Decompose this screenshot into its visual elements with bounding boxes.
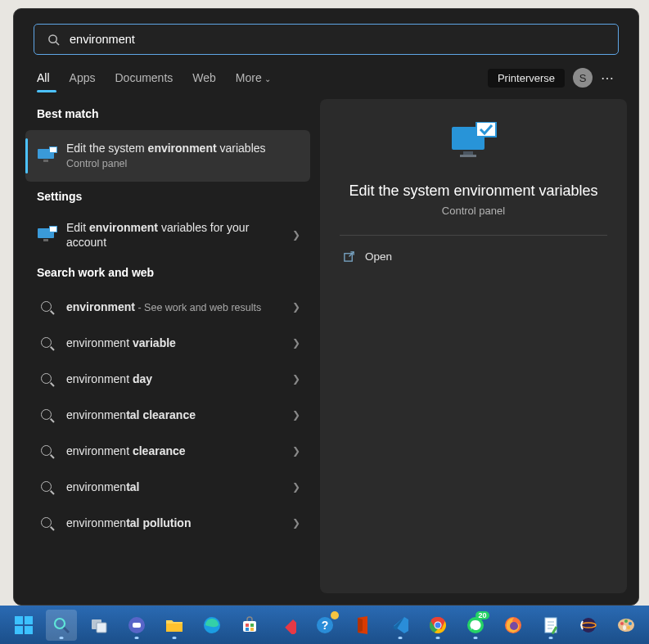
taskbar-app-explorer[interactable] — [159, 610, 190, 641]
taskbar-app-edge[interactable] — [196, 610, 228, 641]
svg-rect-8 — [25, 616, 33, 624]
preview-title: Edit the system environment variables — [349, 182, 597, 200]
svg-rect-16 — [133, 623, 141, 628]
user-avatar[interactable]: S — [573, 68, 593, 88]
result-web-environment-clearance[interactable]: environment clearance ❯ — [25, 433, 310, 469]
taskbar-start-button[interactable] — [8, 610, 39, 641]
taskbar-app-firefox[interactable] — [498, 610, 529, 641]
svg-point-44 — [627, 626, 630, 629]
search-icon — [35, 476, 56, 498]
search-icon — [35, 332, 56, 354]
result-settings-env-user[interactable]: Edit environment variables for your acco… — [25, 213, 310, 258]
taskbar-app-help[interactable]: ? — [309, 610, 340, 641]
preview-action-open[interactable]: Open — [340, 244, 607, 269]
taskbar-taskview-button[interactable] — [83, 610, 115, 641]
result-category: Control panel — [66, 157, 300, 171]
section-search-web: Search work and web — [25, 258, 310, 289]
svg-rect-24 — [285, 619, 296, 633]
svg-rect-3 — [463, 151, 473, 155]
result-text-bold: tal pollution — [126, 516, 191, 529]
system-settings-icon — [35, 145, 56, 166]
svg-rect-20 — [246, 624, 249, 627]
svg-point-32 — [510, 622, 518, 630]
result-text-bold: variable — [133, 336, 176, 349]
svg-rect-21 — [250, 624, 254, 627]
search-scope-tabs: All Apps Documents Web More⌄ Printervers… — [14, 55, 638, 99]
svg-line-12 — [64, 628, 69, 633]
svg-point-38 — [581, 618, 596, 633]
result-text-prefix: environment — [66, 444, 133, 457]
chevron-right-icon: ❯ — [292, 445, 300, 457]
taskbar-app-chrome[interactable] — [422, 610, 453, 641]
tab-all[interactable]: All — [37, 71, 50, 84]
svg-rect-9 — [15, 626, 23, 634]
result-text-bold: tal — [126, 480, 139, 493]
taskbar-app-notepad[interactable] — [535, 610, 566, 641]
tab-web[interactable]: Web — [192, 71, 216, 84]
svg-rect-22 — [246, 628, 249, 631]
svg-text:?: ? — [321, 619, 328, 632]
result-text-bold: environment — [148, 142, 217, 155]
chevron-right-icon: ❯ — [292, 373, 300, 385]
chevron-right-icon: ❯ — [292, 481, 300, 493]
taskbar-app-eclipse[interactable] — [573, 610, 604, 641]
svg-rect-17 — [166, 624, 183, 632]
result-text-prefix: environmen — [66, 480, 126, 493]
result-web-environmental-pollution[interactable]: environmental pollution ❯ — [25, 505, 310, 541]
result-text-prefix: environmen — [66, 408, 126, 421]
result-web-environment[interactable]: environment - See work and web results ❯ — [25, 289, 310, 325]
svg-rect-14 — [97, 623, 106, 633]
search-icon — [35, 368, 56, 390]
taskbar-app-red[interactable] — [272, 610, 303, 641]
result-text-prefix: environment — [66, 372, 133, 385]
section-best-match: Best match — [25, 99, 310, 130]
more-options-button[interactable]: ⋯ — [601, 70, 615, 86]
tab-apps[interactable]: Apps — [70, 71, 96, 84]
tab-documents[interactable]: Documents — [115, 71, 173, 84]
chevron-right-icon: ❯ — [292, 517, 300, 529]
result-text-bold: clearance — [133, 444, 186, 457]
taskbar-app-vscode[interactable] — [385, 610, 416, 641]
preview-panel: Edit the system environment variables Co… — [320, 99, 627, 593]
svg-rect-5 — [476, 122, 496, 137]
taskbar-app-store[interactable] — [234, 610, 265, 641]
result-text-prefix: Edit — [66, 221, 89, 234]
svg-rect-23 — [250, 628, 254, 631]
result-text-prefix: Edit the system — [66, 142, 148, 155]
taskbar-app-paint[interactable] — [611, 610, 642, 641]
result-best-match[interactable]: Edit the system environment variables Co… — [25, 130, 310, 182]
preview-app-icon — [448, 122, 499, 168]
preview-action-label: Open — [365, 250, 392, 263]
windows-search-panel: All Apps Documents Web More⌄ Printervers… — [13, 8, 639, 606]
section-settings: Settings — [25, 182, 310, 213]
svg-rect-10 — [25, 626, 33, 634]
svg-point-11 — [55, 619, 65, 628]
result-web-environmental-clearance[interactable]: environmental clearance ❯ — [25, 397, 310, 433]
chevron-right-icon: ❯ — [292, 409, 300, 421]
search-box-container — [14, 9, 638, 55]
search-input[interactable] — [70, 33, 605, 46]
system-settings-icon — [35, 224, 56, 245]
taskbar-search-button[interactable] — [46, 610, 77, 641]
result-web-environmental[interactable]: environmental ❯ — [25, 469, 310, 505]
taskbar-app-whatsapp[interactable]: 20 — [460, 610, 491, 641]
taskbar-app-chat[interactable] — [121, 610, 152, 641]
chevron-right-icon: ❯ — [292, 229, 300, 241]
open-external-icon — [343, 250, 355, 263]
notification-badge — [331, 611, 339, 619]
search-icon — [47, 34, 60, 46]
result-web-environment-day[interactable]: environment day ❯ — [25, 361, 310, 397]
preview-subtitle: Control panel — [442, 205, 505, 217]
result-text-prefix: environmen — [66, 516, 126, 529]
search-box[interactable] — [34, 24, 619, 55]
svg-point-41 — [620, 622, 624, 625]
result-web-environment-variable[interactable]: environment variable ❯ — [25, 325, 310, 361]
service-badge[interactable]: Printerverse — [488, 69, 565, 88]
result-text-bold: tal clearance — [126, 408, 196, 421]
result-text-bold: day — [133, 372, 152, 385]
tab-more-label: More — [236, 71, 262, 84]
tab-more[interactable]: More⌄ — [236, 71, 271, 84]
result-text-bold: environment — [66, 300, 135, 313]
taskbar-app-office[interactable] — [347, 610, 378, 641]
result-text-sub: - See work and web results — [135, 302, 261, 313]
